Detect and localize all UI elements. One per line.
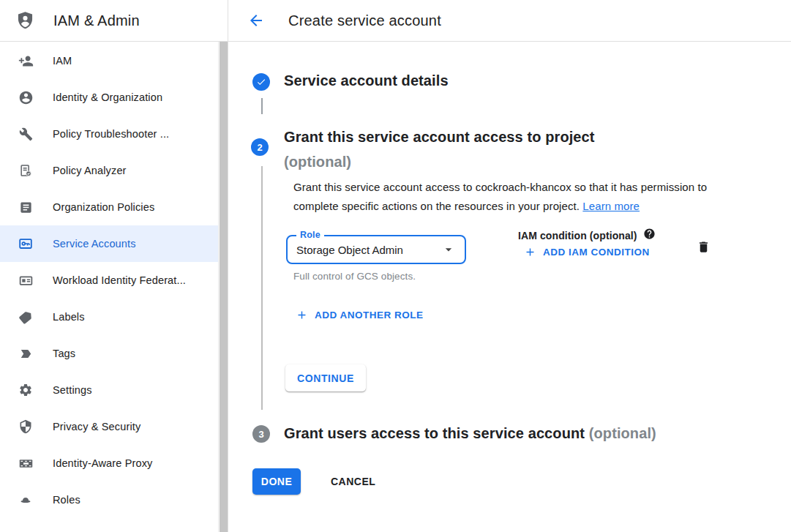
trash-icon[interactable]: [697, 239, 711, 255]
add-iam-condition-button[interactable]: ADD IAM CONDITION: [524, 246, 650, 258]
role-select[interactable]: Role Storage Object Admin: [286, 235, 466, 264]
sidebar-item-label: Organization Policies: [53, 201, 154, 213]
main-header: Create service account: [228, 0, 791, 42]
sidebar-item-label: Tags: [53, 348, 75, 359]
policy-analyzer-icon: [18, 162, 34, 179]
page-title: Create service account: [288, 0, 441, 41]
sidebar-scrollbar-track: [218, 42, 228, 532]
sidebar: IAM & Admin IAM Identity & Organization …: [0, 0, 228, 532]
step-connector: [261, 166, 263, 410]
sidebar-item-organization-policies[interactable]: Organization Policies: [0, 189, 218, 225]
sidebar-item-label: IAM: [53, 55, 72, 67]
sidebar-item-label: Labels: [53, 311, 85, 323]
step2-optional-label: (optional): [284, 154, 351, 170]
sidebar-item-policy-troubleshooter[interactable]: Policy Troubleshooter ...: [0, 116, 218, 152]
sidebar-item-label: Service Accounts: [53, 238, 136, 250]
sidebar-item-labels[interactable]: Labels: [0, 299, 218, 335]
back-arrow-icon[interactable]: [247, 11, 266, 30]
wizard-content: Service account details 2 Grant this ser…: [228, 42, 791, 532]
sidebar-item-roles[interactable]: Roles: [0, 482, 218, 518]
service-account-key-icon: [18, 236, 34, 252]
product-title: IAM & Admin: [53, 12, 140, 29]
sidebar-nav: IAM Identity & Organization Policy Troub…: [0, 42, 218, 518]
sidebar-item-identity-organization[interactable]: Identity & Organization: [0, 79, 218, 116]
sidebar-header: IAM & Admin: [0, 0, 228, 42]
sidebar-item-identity-aware-proxy[interactable]: Identity-Aware Proxy: [0, 445, 218, 482]
sidebar-item-label: Privacy & Security: [53, 421, 140, 432]
identity-card-icon: [18, 272, 34, 288]
sidebar-item-service-accounts[interactable]: Service Accounts: [0, 225, 218, 262]
add-another-role-label: ADD ANOTHER ROLE: [315, 310, 424, 321]
label-tag-icon: [18, 309, 34, 325]
account-circle-icon: [18, 89, 34, 105]
step1-title: Service account details: [284, 72, 449, 89]
cancel-button[interactable]: CANCEL: [326, 468, 380, 495]
tag-arrow-icon: [18, 345, 34, 361]
sidebar-item-policy-analyzer[interactable]: Policy Analyzer: [0, 152, 218, 189]
done-button[interactable]: DONE: [252, 468, 301, 495]
step1-complete-badge: [252, 73, 270, 91]
sidebar-item-workload-identity-federat[interactable]: Workload Identity Federat...: [0, 262, 218, 299]
step3-number: 3: [258, 429, 263, 440]
role-helper-text: Full control of GCS objects.: [293, 271, 416, 282]
iam-shield-person-icon: [15, 10, 35, 32]
step3-title: Grant users access to this service accou…: [284, 425, 656, 442]
main-panel: Create service account Service account d…: [228, 0, 791, 532]
sidebar-item-label: Roles: [53, 494, 80, 506]
sidebar-item-privacy-security[interactable]: Privacy & Security: [0, 408, 218, 445]
security-shield-icon: [18, 419, 34, 435]
dropdown-caret-icon: [441, 242, 456, 257]
gear-icon: [18, 382, 34, 398]
sidebar-item-label: Settings: [53, 384, 92, 396]
sidebar-item-settings[interactable]: Settings: [0, 372, 218, 408]
sidebar-item-iam[interactable]: IAM: [0, 42, 218, 79]
learn-more-link[interactable]: Learn more: [582, 200, 640, 212]
sidebar-item-label: Identity-Aware Proxy: [53, 457, 153, 469]
role-select-label: Role: [296, 230, 324, 240]
iam-condition-label: IAM condition (optional): [518, 230, 637, 241]
add-another-role-button[interactable]: ADD ANOTHER ROLE: [296, 309, 424, 321]
step2-description-text: Grant this service account access to coc…: [293, 181, 707, 212]
plus-icon: [524, 246, 536, 258]
person-add-icon: [18, 53, 34, 69]
sidebar-item-label: Policy Troubleshooter ...: [53, 128, 169, 140]
step2-title: Grant this service account access to pro…: [284, 124, 595, 174]
continue-button[interactable]: CONTINUE: [285, 364, 366, 391]
hat-icon: [18, 492, 34, 508]
step2-description: Grant this service account access to coc…: [293, 178, 718, 215]
sidebar-scrollbar-thumb[interactable]: [220, 42, 228, 532]
sidebar-item-tags[interactable]: Tags: [0, 335, 218, 372]
wrench-icon: [18, 126, 34, 142]
step3-optional-label: (optional): [589, 425, 656, 441]
sidebar-item-label: Workload Identity Federat...: [53, 274, 186, 286]
check-icon: [256, 77, 266, 87]
article-icon: [18, 199, 34, 215]
step-connector: [261, 98, 263, 114]
role-select-value: Storage Object Admin: [296, 244, 441, 256]
step3-title-text: Grant users access to this service accou…: [284, 425, 585, 441]
plus-icon: [296, 309, 308, 321]
step2-number: 2: [257, 142, 262, 153]
step2-title-text: Grant this service account access to pro…: [284, 129, 595, 145]
help-icon[interactable]: [643, 228, 656, 240]
sidebar-item-label: Policy Analyzer: [53, 165, 127, 176]
add-iam-condition-label: ADD IAM CONDITION: [543, 247, 650, 258]
step2-number-badge: 2: [251, 138, 269, 156]
sidebar-item-label: Identity & Organization: [53, 91, 162, 103]
step3-number-badge: 3: [252, 425, 270, 443]
proxy-strip-icon: [18, 455, 34, 471]
